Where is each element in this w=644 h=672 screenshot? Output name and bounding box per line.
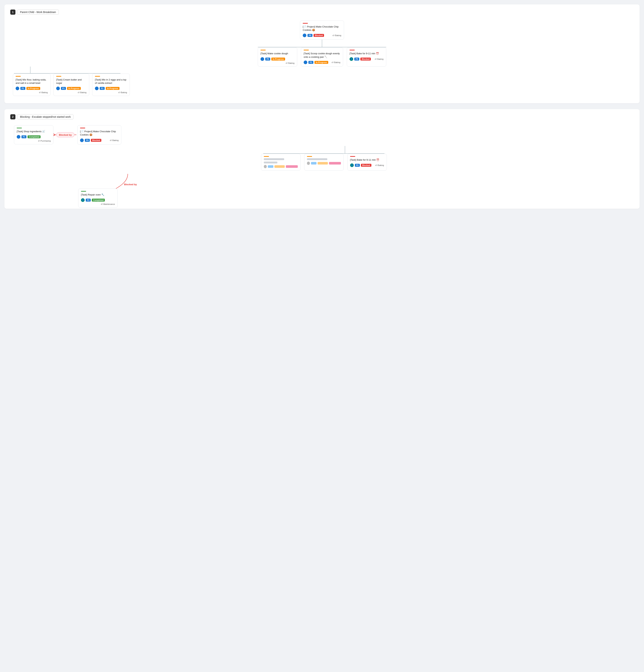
team-badge: 🏷 Baking (78, 91, 86, 94)
card-bar (81, 191, 86, 192)
status-badge: Blocked (91, 139, 101, 142)
card-title: [Task] Make cookie dough (260, 52, 294, 55)
card-bar (15, 76, 21, 77)
card-title: [Task] Repair oven 🔧 (81, 193, 115, 196)
priority-badge: P1 (20, 87, 25, 90)
card-title: [📄 Project] Make Chocolate Chip Cookies … (80, 130, 119, 136)
avatar: 👤 (350, 164, 354, 167)
blocked-by-section-2: Blocked by [Task] Repair oven 🔧 👤 P2 Com… (10, 172, 634, 201)
card-footer: 👤 P1 In Progress 🏷 Baking (95, 86, 127, 94)
card-footer: 👤 P0 Blocked 🏷 Baking (350, 57, 384, 61)
card-shop[interactable]: [Task] Shop ingredients 🛒 👤 P1 Completed… (14, 125, 54, 144)
status-badge: Completed (27, 135, 40, 138)
priority-badge: P1 (61, 87, 66, 90)
status-badge: Blocked (314, 34, 324, 37)
card-footer: 👤 P2 Completed 🏷 Maintenance (81, 198, 115, 205)
card-bar (350, 50, 355, 50)
card-bake-2[interactable]: [Task] Bake for 9-11 min ⏰ 👤 P0 Blocked … (347, 154, 387, 170)
card-footer: 👤 P0 Blocked 🏷 Baking (350, 164, 384, 167)
team-badge: 🏷 Baking (375, 164, 384, 166)
card-title: [📄 Project] Make Chocolate Chip Cookies … (303, 25, 341, 32)
card-blurred-2 (304, 154, 344, 170)
card-bar (303, 23, 308, 24)
blur-line (307, 158, 327, 160)
avatar: 👤 (304, 61, 307, 64)
section-1-header: 1 Parent Child - Work Breakdown (10, 10, 634, 15)
priority-badge: P0 (355, 164, 360, 167)
card-title: [Task] Mix flour, baking soda, and salt … (15, 78, 48, 85)
team-badge: 🏷 Baking (331, 61, 340, 63)
card-title: [Task] Bake for 9-11 min ⏰ (350, 158, 384, 161)
avatar: 👤 (80, 139, 84, 142)
priority-badge: P0 (307, 34, 313, 37)
card-scoop-dough[interactable]: [Task] Scoop cookie dough evenly onto a … (301, 47, 343, 67)
card-repair[interactable]: [Task] Repair oven 🔧 👤 P2 Completed 🏷 Ma… (78, 189, 118, 208)
status-badge: Blocked (361, 164, 371, 167)
section-2-header: 2 Blocking - Escalate stopped/not starte… (10, 114, 634, 119)
blur-badge (311, 162, 316, 165)
avatar: 👤 (15, 86, 19, 90)
card-title: [Task] Scoop cookie dough evenly onto a … (304, 52, 340, 59)
level2-row: [Task] Mix flour, baking soda, and salt … (10, 74, 634, 96)
card-footer: 👤 P1 In Progress 🏷 Baking (15, 86, 48, 94)
level1-row: [Task] Make cookie dough 👤 P0 In Progres… (10, 47, 634, 67)
card-mix-eggs[interactable]: [Task] Mix in 2 eggs and a tsp of vanill… (92, 74, 130, 96)
team-badge: 🏷 Purchasing (38, 140, 51, 142)
avatar: 👤 (95, 86, 98, 90)
card-footer: 👤 P1 In Progress 🏷 Baking (56, 86, 86, 94)
avatar: 👤 (17, 135, 20, 139)
card-bar (260, 50, 266, 50)
card-footer: 👤 P0 Blocked 🏷 Baking (80, 139, 119, 142)
team-badge: 🏷 Baking (118, 91, 127, 94)
section-2-num: 2 (10, 114, 15, 119)
blur-line (264, 161, 277, 164)
blur-dot (307, 161, 310, 165)
priority-badge: P1 (22, 135, 26, 138)
card-bake-1[interactable]: [Task] Bake for 9-11 min ⏰ 👤 P0 Blocked … (347, 47, 386, 67)
card-bar (17, 128, 22, 128)
team-badge: 🏷 Maintenance (101, 203, 115, 205)
section-1-title: Parent Child - Work Breakdown (17, 10, 59, 15)
card-bar (350, 156, 355, 157)
team-badge: 🏷 Baking (110, 139, 119, 141)
blocked-by-label-2: Blocked by (124, 183, 137, 186)
team-badge: 🏷 Baking (332, 34, 341, 36)
connector-v3 (345, 146, 345, 153)
status-badge: In Progress (106, 87, 119, 90)
card-bar (56, 76, 61, 77)
blur-badge2 (274, 165, 285, 168)
blur-badge (268, 165, 273, 168)
card-mix-flour[interactable]: [Task] Mix flour, baking soda, and salt … (13, 74, 50, 96)
priority-badge: P0 (265, 58, 270, 61)
blocked-by-arrow-1: Blocked by (54, 132, 77, 137)
card-root-2[interactable]: [📄 Project] Make Chocolate Chip Cookies … (77, 125, 121, 144)
avatar: 👤 (350, 57, 353, 61)
section-1-num: 1 (10, 10, 15, 15)
team-badge: 🏷 Baking (286, 62, 294, 64)
card-bar (304, 50, 309, 50)
connector-v (322, 40, 322, 47)
blur-team (329, 162, 341, 165)
card-title: [Task] Bake for 9-11 min ⏰ (350, 52, 384, 55)
priority-badge: P0 (85, 139, 90, 142)
card-footer: 👤 P1 In Progress 🏷 Baking (304, 61, 340, 64)
priority-badge: P1 (100, 87, 105, 90)
blur-team (286, 165, 298, 168)
section-1: 1 Parent Child - Work Breakdown [📄 Proje… (4, 4, 640, 103)
card-root-1[interactable]: [📄 Project] Make Chocolate Chip Cookies … (300, 21, 344, 40)
section-2-title: Blocking - Escalate stopped/not started … (17, 114, 73, 119)
card-blurred-1 (261, 154, 301, 170)
status-badge: Completed (92, 199, 105, 202)
card-title: [Task] Mix in 2 eggs and a tsp of vanill… (95, 78, 127, 85)
s2-level1-row: [Task] Bake for 9-11 min ⏰ 👤 P0 Blocked … (10, 154, 634, 170)
blocked-by-label-1: Blocked by (56, 132, 74, 137)
blur-footer (307, 161, 341, 165)
blur-footer (264, 165, 298, 168)
avatar: 👤 (260, 57, 264, 61)
avatar: 👤 (81, 198, 85, 202)
card-bar (95, 76, 100, 77)
blur-dot (264, 165, 267, 168)
card-cream-butter[interactable]: [Task] Cream butter and sugar 👤 P1 In Pr… (54, 74, 89, 96)
card-make-dough[interactable]: [Task] Make cookie dough 👤 P0 In Progres… (258, 47, 297, 67)
team-badge: 🏷 Baking (375, 58, 384, 60)
